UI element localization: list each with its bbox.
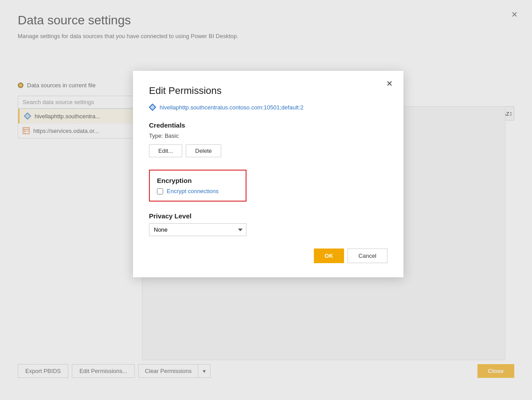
credentials-buttons: Edit... Delete (149, 144, 387, 157)
modal-datasource-row: hivellaphttp.southcentralus.contoso.com:… (149, 104, 387, 111)
modal-close-button[interactable]: ✕ (383, 77, 396, 90)
encryption-section: Encryption Encrypt connections (149, 170, 246, 202)
modal-diamond-icon (149, 104, 156, 111)
credentials-type-label: Type: Basic (149, 132, 387, 139)
modal-action-buttons: OK Cancel (149, 249, 387, 263)
privacy-section-title: Privacy Level (149, 212, 387, 220)
privacy-select-wrapper: None Public Organizational Private (149, 223, 387, 236)
ok-button[interactable]: OK (314, 249, 344, 263)
encrypt-checkbox-row: Encrypt connections (157, 188, 239, 194)
modal-title: Edit Permissions (149, 85, 387, 97)
privacy-section: Privacy Level None Public Organizational… (149, 212, 387, 236)
privacy-level-select[interactable]: None Public Organizational Private (149, 223, 246, 236)
modal-datasource-label: hivellaphttp.southcentralus.contoso.com:… (160, 104, 304, 111)
credentials-section-title: Credentials (149, 121, 387, 129)
encryption-title: Encryption (157, 177, 239, 184)
encrypt-connections-label[interactable]: Encrypt connections (167, 188, 219, 194)
edit-credentials-button[interactable]: Edit... (149, 144, 182, 157)
edit-permissions-modal: ✕ Edit Permissions hivellaphttp.southcen… (133, 71, 403, 277)
cancel-button[interactable]: Cancel (348, 249, 387, 263)
encrypt-connections-checkbox[interactable] (157, 188, 163, 194)
delete-credentials-button[interactable]: Delete (186, 144, 221, 157)
